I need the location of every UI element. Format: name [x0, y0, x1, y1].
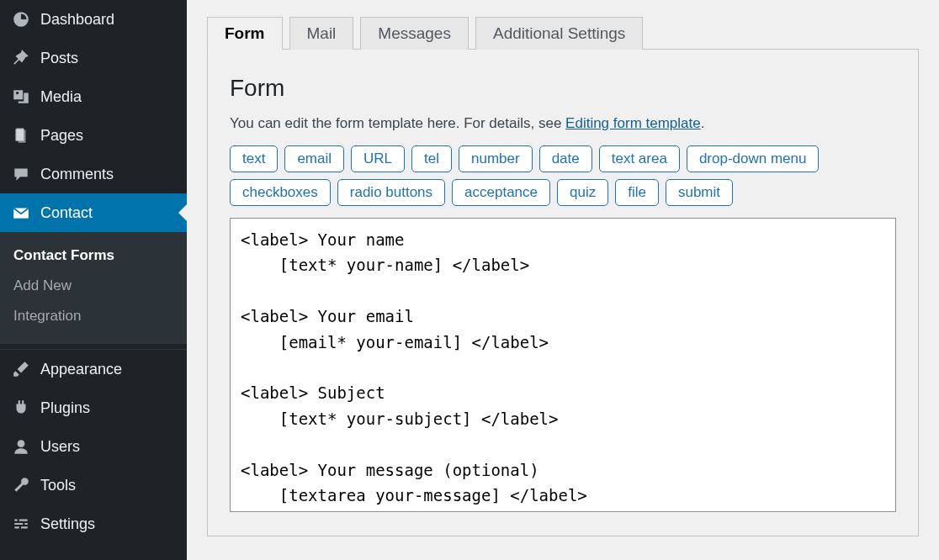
tab-mail[interactable]: Mail [289, 17, 354, 50]
sidebar-item-settings[interactable]: Settings [0, 505, 187, 543]
svg-point-1 [18, 440, 25, 447]
sidebar-item-label: Appearance [40, 361, 122, 378]
tag-generator-row: text email URL tel number date text area… [230, 145, 896, 206]
sidebar-item-label: Contact [40, 204, 93, 222]
sidebar-item-pages[interactable]: Pages [0, 116, 187, 155]
menu-separator [0, 343, 187, 350]
brush-icon [10, 358, 32, 380]
sidebar-item-contact[interactable]: Contact [0, 193, 187, 232]
form-panel: Form You can edit the form template here… [207, 49, 919, 536]
sidebar-item-dashboard[interactable]: Dashboard [0, 0, 187, 39]
plug-icon [10, 397, 32, 419]
sidebar-item-tools[interactable]: Tools [0, 466, 187, 505]
tag-btn-number[interactable]: number [459, 145, 533, 172]
submenu-item-integration[interactable]: Integration [0, 301, 187, 331]
sidebar-item-users[interactable]: Users [0, 427, 187, 466]
sidebar-item-media[interactable]: Media [0, 77, 187, 116]
tag-btn-file[interactable]: file [615, 179, 659, 206]
pin-icon [10, 47, 32, 69]
sidebar-item-label: Settings [40, 515, 95, 533]
sidebar-item-label: Dashboard [40, 11, 114, 29]
tag-btn-date[interactable]: date [539, 145, 592, 172]
tag-btn-textarea[interactable]: text area [599, 145, 680, 172]
tag-btn-tel[interactable]: tel [411, 145, 452, 172]
pages-icon [10, 124, 32, 146]
tag-btn-submit[interactable]: submit [666, 179, 733, 206]
dashboard-icon [10, 8, 32, 30]
tag-btn-url[interactable]: URL [351, 145, 405, 172]
tag-btn-email[interactable]: email [284, 145, 344, 172]
sidebar-item-label: Tools [40, 477, 76, 494]
comments-icon [10, 163, 32, 185]
description-suffix: . [701, 115, 705, 131]
envelope-icon [10, 202, 32, 224]
description-text: You can edit the form template here. For… [230, 115, 565, 131]
tab-messages[interactable]: Messages [360, 17, 469, 50]
sidebar-item-appearance[interactable]: Appearance [0, 350, 187, 388]
sliders-icon [10, 513, 32, 535]
panel-heading: Form [230, 75, 896, 102]
sidebar-item-posts[interactable]: Posts [0, 39, 187, 77]
wrench-icon [10, 474, 32, 496]
media-icon [10, 86, 32, 108]
user-icon [10, 436, 32, 457]
editor-tabs: Form Mail Messages Additional Settings [207, 17, 919, 50]
sidebar-item-label: Users [40, 438, 80, 456]
sidebar-item-label: Comments [40, 166, 114, 183]
sidebar-item-comments[interactable]: Comments [0, 155, 187, 193]
form-template-textarea[interactable] [230, 218, 896, 512]
svg-point-0 [16, 92, 19, 94]
tag-btn-quiz[interactable]: quiz [557, 179, 608, 206]
editing-template-link[interactable]: Editing form template [565, 115, 701, 131]
sidebar-item-label: Plugins [40, 399, 90, 417]
sidebar-item-label: Posts [40, 50, 78, 67]
sidebar-submenu: Contact Forms Add New Integration [0, 232, 187, 343]
tag-btn-radio[interactable]: radio buttons [337, 179, 445, 206]
tab-additional-settings[interactable]: Additional Settings [475, 17, 643, 50]
submenu-item-add-new[interactable]: Add New [0, 271, 187, 301]
sidebar-item-label: Media [40, 88, 82, 106]
tag-btn-checkboxes[interactable]: checkboxes [230, 179, 331, 206]
tag-btn-acceptance[interactable]: acceptance [452, 179, 550, 206]
tab-form[interactable]: Form [207, 17, 283, 50]
tag-btn-text[interactable]: text [230, 145, 278, 172]
sidebar-item-label: Pages [40, 127, 83, 145]
sidebar-item-plugins[interactable]: Plugins [0, 388, 187, 427]
tag-btn-dropdown[interactable]: drop-down menu [687, 145, 820, 172]
submenu-item-contact-forms[interactable]: Contact Forms [0, 240, 187, 271]
main-content: Form Mail Messages Additional Settings F… [187, 0, 939, 560]
panel-description: You can edit the form template here. For… [230, 115, 896, 132]
admin-sidebar: Dashboard Posts Media Pages Comments Con… [0, 0, 187, 560]
